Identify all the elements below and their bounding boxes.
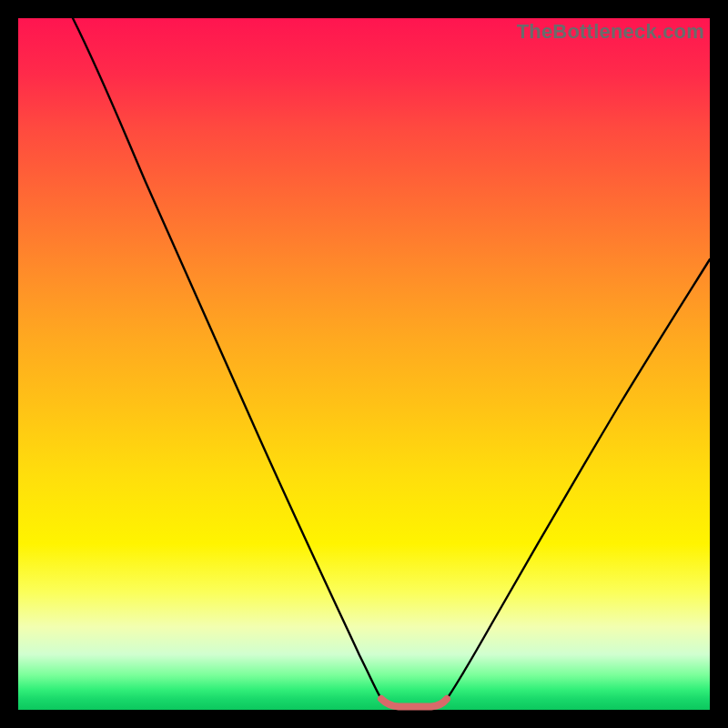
chart-container: TheBottleneck.com: [0, 0, 728, 728]
chart-svg: [18, 18, 710, 710]
right-curve: [447, 259, 710, 699]
plot-area: TheBottleneck.com: [18, 18, 710, 710]
bottom-segment: [381, 699, 447, 707]
left-curve: [73, 18, 381, 699]
